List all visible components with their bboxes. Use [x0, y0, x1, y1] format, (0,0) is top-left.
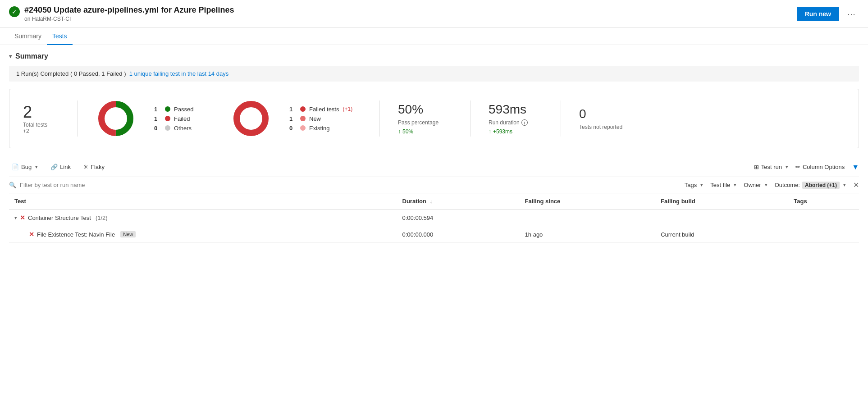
tests-not-reported-label: Tests not reported [579, 124, 633, 130]
legend-existing: 0 Existing [289, 125, 361, 132]
page-title: #24050 Update azure-pipelines.yml for Az… [24, 5, 234, 15]
pass-percentage-change-value: 50% [402, 128, 413, 135]
child-failing-since-cell: 1h ago [520, 226, 656, 243]
col-failing-build[interactable]: Failing build [655, 193, 788, 210]
pass-legend: 1 Passed 1 Failed 0 Others [154, 106, 213, 132]
pass-percentage-change: ↑ 50% [398, 128, 452, 135]
table-header-row: Test Duration ↓ Failing since Failing bu… [9, 193, 859, 210]
test-file-dropdown-icon: ▾ [734, 182, 736, 188]
test-name-cell: ▾ ✕ Container Structure Test (1/2) [9, 210, 397, 226]
failing-test-link[interactable]: 1 unique failing test in the last 14 day… [129, 70, 228, 77]
column-options-button[interactable]: ✏ Column Options [795, 164, 845, 170]
expand-button[interactable]: ▾ [14, 215, 17, 221]
col-test[interactable]: Test [9, 193, 397, 210]
header-right: Run new ⋯ [797, 7, 859, 21]
failed-tests-label: Failed tests [309, 106, 339, 113]
run-duration-change: ↑ +593ms [489, 128, 543, 135]
divider-1 [77, 100, 78, 137]
child-test-name-text: File Existence Test: Navin File [37, 231, 115, 238]
link-button[interactable]: 🔗 Link [48, 162, 73, 172]
table-row: ✕ File Existence Test: Navin File New 0:… [9, 226, 859, 243]
filter-right: Tags ▾ Test file ▾ Owner ▾ Outcome: Abor… [685, 181, 859, 189]
legend-others: 0 Others [154, 125, 213, 132]
failing-since-cell [520, 210, 656, 226]
filter-toggle-button[interactable]: ▼ [852, 163, 859, 171]
tags-filter-button[interactable]: Tags ▾ [685, 182, 703, 188]
toolbar-left: 📄 Bug ▾ 🔗 Link ✳ Flaky [9, 162, 107, 172]
up-arrow-icon: ↑ [398, 128, 401, 135]
new-count: 1 [289, 115, 297, 122]
failed-count: 1 [154, 115, 161, 122]
tags-label: Tags [685, 182, 697, 188]
test-file-filter-button[interactable]: Test file ▾ [710, 182, 736, 188]
more-options-button[interactable]: ⋯ [844, 7, 859, 21]
test-name-container: ▾ ✕ Container Structure Test (1/2) [14, 214, 392, 221]
header-info: #24050 Update azure-pipelines.yml for Az… [24, 5, 234, 22]
test-run-dropdown-icon: ▾ [786, 164, 788, 170]
owner-filter-button[interactable]: Owner ▾ [744, 182, 767, 188]
child-test-name-cell: ✕ File Existence Test: Navin File New [9, 226, 397, 243]
bug-label: Bug [21, 164, 32, 170]
info-icon: i [521, 119, 528, 126]
tab-tests[interactable]: Tests [47, 28, 73, 45]
divider-4 [561, 100, 561, 137]
test-name-suffix: (1/2) [96, 214, 108, 221]
tab-summary[interactable]: Summary [9, 28, 47, 45]
pass-percentage-block: 50% Pass percentage ↑ 50% [398, 102, 452, 135]
banner-text: 1 Run(s) Completed ( 0 Passed, 1 Failed … [16, 70, 126, 77]
passed-dot [165, 106, 170, 112]
svg-point-4 [237, 104, 265, 133]
tests-table: Test Duration ↓ Failing since Failing bu… [9, 193, 859, 243]
run-new-button[interactable]: Run new [797, 7, 839, 21]
success-icon: ✓ [9, 6, 20, 17]
main-content: ▾ Summary 1 Run(s) Completed ( 0 Passed,… [0, 45, 868, 243]
filter-search-icon: 🔍 [9, 182, 16, 188]
tests-not-reported-value: 0 [579, 107, 633, 121]
flaky-label: Flaky [91, 164, 105, 170]
header-left: ✓ #24050 Update azure-pipelines.yml for … [9, 5, 234, 22]
tags-dropdown-icon: ▾ [700, 182, 703, 188]
tests-not-reported-block: 0 Tests not reported [579, 107, 633, 130]
outcome-filter-button[interactable]: Outcome: Aborted (+1) ▾ [775, 182, 846, 189]
col-tags[interactable]: Tags [788, 193, 859, 210]
pass-percentage-value: 50% [398, 102, 452, 117]
duration-label: Duration [402, 198, 426, 205]
test-fail-icon: ✕ [20, 214, 25, 221]
flaky-icon: ✳ [83, 164, 88, 170]
filter-icon: ▼ [852, 163, 859, 171]
filter-bar: 🔍 Tags ▾ Test file ▾ Owner ▾ Outcome: Ab… [9, 177, 859, 193]
child-failing-build-cell: Current build [655, 226, 788, 243]
flaky-button[interactable]: ✳ Flaky [81, 162, 107, 172]
others-label: Others [174, 125, 192, 132]
chevron-down-icon: ▾ [9, 53, 12, 59]
tests-toolbar: 📄 Bug ▾ 🔗 Link ✳ Flaky ⊞ Test run ▾ ✏ Co… [9, 157, 859, 177]
existing-count: 0 [289, 125, 297, 132]
link-label: Link [60, 164, 71, 170]
legend-new: 1 New [289, 115, 361, 122]
bug-button[interactable]: 📄 Bug ▾ [9, 162, 41, 172]
close-filter-button[interactable]: ✕ [853, 181, 859, 189]
owner-label: Owner [744, 182, 761, 188]
total-tests-change: +2 [23, 128, 29, 134]
owner-dropdown-icon: ▾ [765, 182, 767, 188]
total-tests-label: Total tests [23, 122, 47, 128]
outcome-label: Outcome: [775, 182, 800, 188]
failed-legend: 1 Failed tests (+1) 1 New 0 Existing [289, 106, 361, 132]
new-badge: New [120, 231, 136, 237]
sort-icon: ↓ [430, 198, 433, 205]
column-options-icon: ✏ [795, 164, 800, 170]
pass-percentage-label: Pass percentage [398, 119, 452, 126]
existing-label: Existing [309, 125, 330, 132]
test-run-button[interactable]: ⊞ Test run ▾ [754, 164, 788, 170]
run-duration-label-text: Run duration [489, 119, 520, 126]
col-duration[interactable]: Duration ↓ [397, 193, 520, 210]
col-failing-since[interactable]: Failing since [520, 193, 656, 210]
run-duration-value: 593ms [489, 102, 543, 117]
duration-cell: 0:00:00.594 [397, 210, 520, 226]
divider-2 [379, 100, 380, 137]
test-file-label: Test file [710, 182, 730, 188]
filter-input[interactable] [20, 182, 110, 188]
summary-section-header[interactable]: ▾ Summary [9, 45, 859, 66]
passed-count: 1 [154, 106, 161, 113]
failed-tests-badge: (+1) [343, 106, 352, 112]
